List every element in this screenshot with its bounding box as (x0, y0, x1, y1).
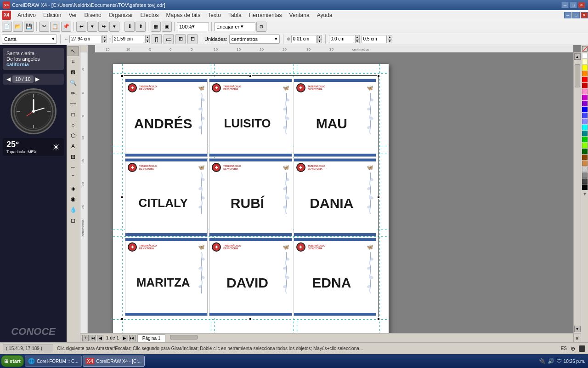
menu-organizar[interactable]: Organizar (105, 11, 137, 19)
height-down[interactable]: ▼ (145, 39, 150, 43)
redo-button[interactable]: ↪ (98, 22, 108, 32)
vertical-scrollbar[interactable]: ▲ ▼ (573, 52, 581, 333)
color-purple[interactable] (582, 95, 588, 100)
color-cornflower[interactable] (582, 113, 588, 118)
palette-more-btn[interactable]: ▼ (582, 191, 588, 197)
color-darkred[interactable] (582, 83, 588, 88)
color-tan[interactable] (582, 161, 588, 166)
color-black[interactable] (582, 184, 588, 190)
badge-card[interactable]: ✚ TABERNÁCULODE VICTORIA 🦋 LUISITO (209, 79, 292, 157)
color-yellow[interactable] (582, 65, 588, 70)
smart-fill[interactable]: ◉ (68, 194, 79, 204)
zoom-dropdown[interactable]: 100% ▾ (177, 22, 209, 31)
page-prev-btn[interactable]: ◀ (97, 335, 103, 341)
polygon-tool[interactable]: ⬡ (68, 131, 79, 141)
units-dropdown[interactable]: centímetros ▾ (229, 34, 280, 44)
maximize-button[interactable]: □ (570, 2, 577, 8)
fit-btn[interactable]: ⊡ (256, 22, 266, 32)
width-down[interactable]: ▼ (102, 39, 107, 43)
menu-ver[interactable]: Ver (65, 11, 80, 19)
menu-edicion[interactable]: Edición (40, 11, 65, 19)
undo-button[interactable]: ↩ (76, 22, 86, 32)
freehand-tool[interactable]: ✏ (68, 88, 79, 98)
scroll-thumb-v[interactable] (575, 64, 580, 87)
scroll-up-btn[interactable]: ▲ (574, 53, 581, 60)
color-pink[interactable] (582, 89, 588, 94)
zoom-tool[interactable]: 🔍 (68, 78, 79, 88)
minimize-button[interactable]: ─ (561, 2, 569, 8)
menu-ayuda[interactable]: Ayuda (313, 11, 336, 19)
badge-card[interactable]: ✚ TABERNÁCULODE VICTORIA 🦋 CITLALY (125, 158, 208, 236)
dimension-tool[interactable]: ↔ (68, 162, 79, 172)
badge-card[interactable]: ✚ TABERNÁCULODE VICTORIA 🦋 MARITZA (125, 238, 208, 316)
page-size-dropdown[interactable]: Carta ▾ (2, 34, 57, 44)
close-button[interactable]: ✕ (578, 2, 585, 8)
color-lightyellow[interactable] (582, 59, 588, 64)
menu-tabla[interactable]: Tabla (225, 11, 245, 19)
copy-button[interactable]: 📋 (50, 22, 60, 32)
min-doc-button[interactable]: ─ (564, 12, 571, 18)
badge-card[interactable]: ✚ TABERNÁCULODE VICTORIA 🦋 MAU (294, 79, 376, 157)
smartdraw-tool[interactable]: 〰 (68, 99, 79, 109)
color-skyblue[interactable] (582, 119, 588, 124)
page-tab[interactable]: Página 1 (137, 334, 165, 342)
import-button[interactable]: ⬇ (124, 22, 135, 32)
color-violet[interactable] (582, 101, 588, 106)
cut-button[interactable]: ✂ (39, 22, 49, 32)
badge-card[interactable]: ✚ TABERNÁCULODE VICTORIA 🦋 ANDRÉS (125, 79, 208, 157)
badge-card[interactable]: ✚ TABERNÁCULODE VICTORIA 🦋 RUBÍ (209, 158, 292, 236)
new-button[interactable]: 📄 (2, 22, 12, 32)
page-last-btn[interactable]: ⏭ (129, 335, 136, 341)
color-gray[interactable] (582, 172, 588, 178)
horizontal-scrollbar[interactable] (165, 334, 573, 342)
menu-ventana[interactable]: Ventana (286, 11, 313, 19)
y-down[interactable]: ▼ (388, 39, 392, 43)
select-tool[interactable]: ↖ (68, 46, 79, 56)
page-next-btn[interactable]: ▶ (122, 335, 128, 341)
rect-tool[interactable]: □ (68, 109, 79, 120)
text-tool[interactable]: A (68, 141, 79, 151)
color-blue[interactable] (582, 107, 588, 112)
color-darkgreen[interactable] (582, 149, 588, 154)
width-spinner[interactable]: ▲ ▼ (102, 35, 107, 43)
nudge-down[interactable]: ▼ (317, 39, 322, 43)
color-brown[interactable] (582, 155, 588, 160)
color-teal[interactable] (582, 131, 588, 136)
page-settings-btn[interactable]: ⊟ (187, 34, 198, 44)
menu-texto[interactable]: Texto (204, 11, 225, 19)
width-up[interactable]: ▲ (102, 35, 107, 39)
export-button[interactable]: ⬆ (136, 22, 146, 32)
crop-tool[interactable]: ⊠ (68, 67, 79, 77)
drawing-canvas[interactable]: ✚ TABERNÁCULODE VICTORIA 🦋 ANDRÉS (88, 52, 573, 333)
height-spinner[interactable]: ▲ ▼ (145, 35, 150, 43)
connector-tool[interactable]: ⌒ (68, 173, 79, 183)
taskbar-forum[interactable]: 🌐 Corel-FORUM :: C... (25, 356, 82, 367)
nudge-up[interactable]: ▲ (317, 35, 322, 39)
badge-card[interactable]: ✚ TABERNÁCULODE VICTORIA 🦋 DANIA (294, 158, 376, 236)
color-red[interactable] (582, 77, 588, 82)
x-spinner[interactable]: ▲ ▼ (355, 35, 360, 43)
color-lightgray[interactable] (582, 167, 588, 172)
view-btn2[interactable]: ▣ (162, 22, 172, 32)
fit-dropdown[interactable]: Encajar en ▾ (214, 22, 255, 31)
paste-button[interactable]: 📌 (61, 22, 71, 32)
nudge-input[interactable]: 0.01 cm (291, 35, 317, 43)
color-orange[interactable] (582, 71, 588, 76)
next-page-icon[interactable]: ▶ (35, 76, 40, 82)
table-tool[interactable]: ⊞ (68, 152, 79, 162)
height-up[interactable]: ▲ (145, 35, 150, 39)
menu-efectos[interactable]: Efectos (136, 11, 162, 19)
height-input[interactable]: 21.59 cm (112, 35, 144, 43)
close-doc-button[interactable]: ✕ (581, 12, 588, 18)
scroll-down-btn[interactable]: ▼ (574, 326, 581, 332)
x-up[interactable]: ▲ (355, 35, 360, 39)
color-white[interactable] (582, 53, 588, 58)
prev-page-icon[interactable]: ◀ (6, 76, 11, 82)
save-button[interactable]: 💾 (24, 22, 34, 32)
color-darkgray[interactable] (582, 178, 588, 184)
menu-mapas[interactable]: Mapas de bits (162, 11, 204, 19)
color-cyan[interactable] (582, 125, 588, 130)
color-green[interactable] (582, 137, 588, 142)
undo-list-button[interactable]: ▾ (87, 22, 97, 32)
badge-card[interactable]: ✚ TABERNÁCULODE VICTORIA 🦋 DAVID (209, 238, 292, 316)
